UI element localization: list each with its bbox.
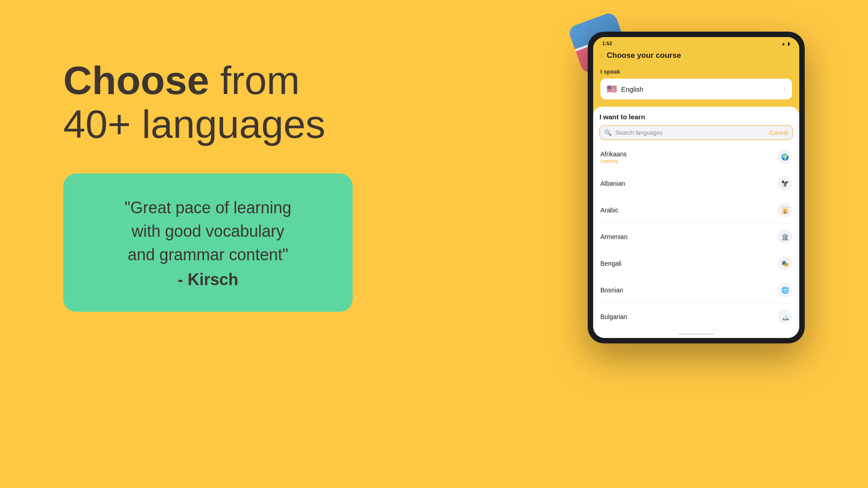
lang-item-name: Albanian xyxy=(600,180,625,187)
lang-item-info: Armenian xyxy=(600,233,627,240)
list-item[interactable]: Albanian 🦅 xyxy=(599,170,793,197)
tablet-wrapper: 1:52 ▲ ▮ ‹ Choose your course I speak 🇺🇸… xyxy=(588,18,805,334)
testimonial-card: "Great pace of learningwith good vocabul… xyxy=(63,174,353,312)
left-content: Choose from40+ languages "Great pace of … xyxy=(63,59,371,312)
spoken-language-name: English xyxy=(621,85,779,93)
status-bar: 1:52 ▲ ▮ xyxy=(593,37,799,48)
status-time: 1:52 xyxy=(602,41,612,46)
list-item[interactable]: Bosnian 🌐 xyxy=(599,277,793,304)
us-flag-icon: 🇺🇸 xyxy=(607,84,617,94)
status-icons: ▲ ▮ xyxy=(781,41,790,46)
lang-item-name: Bulgarian xyxy=(600,313,627,320)
lang-icon: 🌍 xyxy=(778,150,792,164)
lang-item-info: Albanian xyxy=(600,180,625,187)
lang-item-name: Armenian xyxy=(600,233,627,240)
lang-item-info: Bosnian xyxy=(600,286,623,294)
lang-icon: 🦅 xyxy=(778,176,792,191)
lang-item-badge: Learning xyxy=(600,159,627,164)
lang-item-info: Arabic xyxy=(600,206,618,214)
chevron-right-icon: › xyxy=(783,85,786,93)
i-speak-section: I speak 🇺🇸 English › xyxy=(593,65,799,105)
testimonial-quote: "Great pace of learningwith good vocabul… xyxy=(90,196,326,267)
tablet-device: 1:52 ▲ ▮ ‹ Choose your course I speak 🇺🇸… xyxy=(588,32,805,343)
search-icon: 🔍 xyxy=(604,129,612,136)
lang-icon: 🏛️ xyxy=(778,230,792,244)
cancel-button[interactable]: Cancel xyxy=(770,129,788,136)
headline: Choose from40+ languages xyxy=(63,59,371,146)
battery-icon: ▮ xyxy=(788,41,790,46)
headline-bold: Choose xyxy=(63,58,209,103)
lang-item-name: Bosnian xyxy=(600,286,623,294)
list-item[interactable]: Armenian 🏛️ xyxy=(599,224,793,250)
i-speak-label: I speak xyxy=(600,68,792,75)
lang-icon: 🌐 xyxy=(778,283,792,297)
tablet-screen: 1:52 ▲ ▮ ‹ Choose your course I speak 🇺🇸… xyxy=(593,37,799,338)
back-button[interactable]: ‹ xyxy=(600,51,603,60)
search-input[interactable]: Search languages xyxy=(615,129,766,136)
lang-item-name: Arabic xyxy=(600,206,618,214)
lang-item-info: Bengali xyxy=(600,260,622,267)
lang-icon: 🕌 xyxy=(778,203,792,217)
list-item[interactable]: Afrikaans Learning 🌍 xyxy=(599,144,793,170)
list-item[interactable]: Bulgarian 🏔️ xyxy=(599,304,793,330)
lang-item-info: Afrikaans Learning xyxy=(600,150,627,164)
nav-title: Choose your course xyxy=(607,51,792,60)
scroll-indicator xyxy=(599,330,793,338)
scroll-bar xyxy=(678,333,714,335)
nav-bar: ‹ Choose your course xyxy=(593,48,799,65)
learn-section: I want to learn 🔍 Search languages Cance… xyxy=(593,107,799,338)
list-item[interactable]: Arabic 🕌 xyxy=(599,197,793,224)
lang-item-name: Afrikaans xyxy=(600,150,627,158)
lang-item-info: Bulgarian xyxy=(600,313,627,320)
language-list: Afrikaans Learning 🌍 Albanian 🦅 Ar xyxy=(599,144,793,330)
lang-icon: 🏔️ xyxy=(778,310,792,324)
wifi-icon: ▲ xyxy=(781,41,786,46)
testimonial-author: - Kirsch xyxy=(90,270,326,289)
spoken-language-row[interactable]: 🇺🇸 English › xyxy=(600,79,792,99)
lang-item-name: Bengali xyxy=(600,260,622,267)
list-item[interactable]: Bengali 🎭 xyxy=(599,250,793,277)
learn-label: I want to learn xyxy=(599,113,793,121)
lang-icon: 🎭 xyxy=(778,256,792,271)
search-bar[interactable]: 🔍 Search languages Cancel xyxy=(599,125,793,140)
